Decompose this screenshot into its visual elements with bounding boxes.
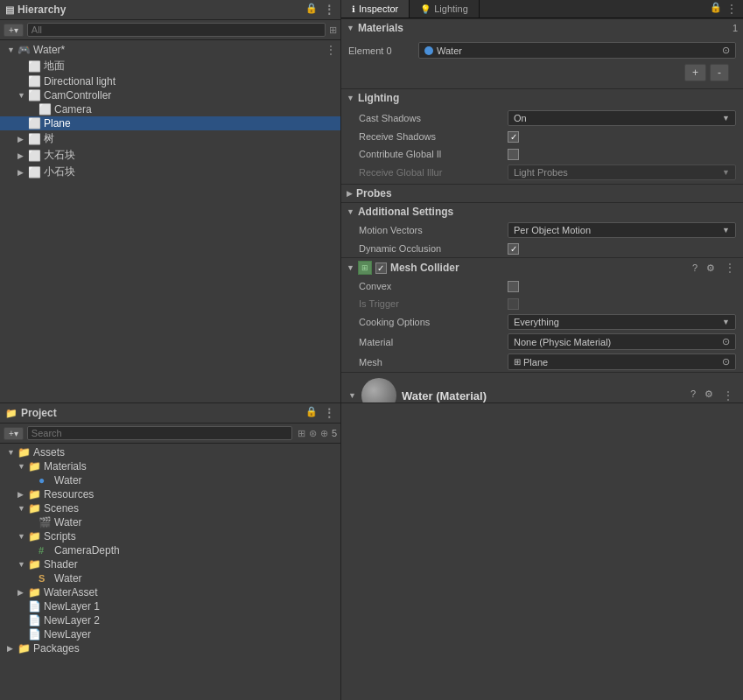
tab-lighting[interactable]: 💡 Lighting: [410, 0, 480, 18]
mesh-collider-help-icon[interactable]: ?: [690, 262, 699, 273]
project-item-assets[interactable]: ▼ 📁 Assets: [0, 445, 340, 459]
water-material-title: Water (Material): [402, 389, 487, 402]
hierarchy-lock-icon[interactable]: 🔒: [305, 3, 318, 17]
tree-item-water[interactable]: ▼ 🎮 Water* ⋮: [0, 42, 340, 58]
motion-vectors-dropdown[interactable]: Per Object Motion ▼: [508, 222, 736, 238]
materials-section-header[interactable]: ▼ Materials 1: [341, 18, 743, 37]
project-toggle-assets[interactable]: ▼: [7, 448, 18, 457]
project-item-shader[interactable]: ▼ 📁 Shader: [0, 557, 340, 571]
project-icon-cameradepth: #: [39, 545, 53, 556]
project-filter2-icon[interactable]: ⊛: [309, 428, 317, 439]
hierarchy-menu-icon[interactable]: ⋮: [323, 3, 335, 17]
project-label-resources: Resources: [44, 488, 337, 500]
project-item-scenes[interactable]: ▼ 📁 Scenes: [0, 501, 340, 515]
tree-item-camera[interactable]: ⬜ Camera: [0, 102, 340, 116]
project-toggle-scripts[interactable]: ▼: [18, 532, 28, 541]
mesh-collider-menu-icon[interactable]: ⋮: [722, 261, 738, 275]
project-item-newlayer2[interactable]: 📄 NewLayer 2: [0, 613, 340, 627]
project-header: 📁 Project 🔒 ⋮: [0, 403, 340, 424]
project-add-btn[interactable]: +▾: [4, 427, 24, 440]
tree-toggle-bigrock[interactable]: ▶: [18, 151, 28, 160]
material-pick-icon[interactable]: ⊙: [722, 45, 730, 56]
dynamic-occlusion-checkbox[interactable]: [508, 243, 519, 255]
project-toggle-materials[interactable]: ▼: [18, 462, 28, 471]
convex-checkbox[interactable]: [508, 281, 519, 292]
project-filter3-icon[interactable]: ⊕: [320, 428, 328, 439]
project-item-scripts[interactable]: ▼ 📁 Scripts: [0, 529, 340, 543]
object-icon-dir-light: ⬜: [28, 75, 42, 88]
tree-toggle-camcontroller[interactable]: ▼: [18, 91, 28, 100]
tree-item-smallrock[interactable]: ▶ ⬜ 小石块: [0, 164, 340, 180]
project-toggle-packages[interactable]: ▶: [7, 644, 18, 653]
water-material-help-icon[interactable]: ?: [689, 388, 697, 402]
project-title: Project: [21, 407, 57, 419]
tree-item-ground[interactable]: ⬜ 地面: [0, 58, 340, 74]
tree-toggle-tree[interactable]: ▶: [18, 135, 28, 144]
tab-inspector[interactable]: ℹ Inspector: [341, 0, 410, 18]
is-trigger-row: Is Trigger: [341, 295, 743, 312]
project-menu-icon[interactable]: ⋮: [323, 406, 335, 420]
mesh-collider-header[interactable]: ▼ ⊞ Mesh Collider ? ⚙ ⋮: [341, 257, 743, 277]
hierarchy-search-input[interactable]: [27, 23, 326, 37]
project-item-water-mat[interactable]: ● Water: [0, 473, 340, 487]
contribute-global-checkbox[interactable]: [508, 149, 519, 160]
tree-item-menu-water[interactable]: ⋮: [325, 43, 337, 57]
mesh-dropdown[interactable]: ⊞ Plane ⊙: [508, 354, 736, 370]
project-item-newlayer1[interactable]: 📄 NewLayer 1: [0, 599, 340, 613]
tree-item-plane[interactable]: ⬜ Plane: [0, 116, 340, 130]
receive-shadows-value: [508, 131, 736, 143]
project-item-materials[interactable]: ▼ 📁 Materials: [0, 459, 340, 473]
project-filter1-icon[interactable]: ⊞: [298, 428, 305, 439]
project-item-cameradepth[interactable]: # CameraDepth: [0, 543, 340, 557]
receive-shadows-checkbox[interactable]: [508, 131, 519, 143]
physics-material-dropdown[interactable]: None (Physic Material) ⊙: [508, 333, 736, 350]
cast-shadows-dropdown[interactable]: On ▼: [508, 110, 736, 126]
mesh-pick-icon[interactable]: ⊙: [722, 356, 730, 368]
tree-toggle-smallrock[interactable]: ▶: [18, 168, 28, 177]
tree-label-camcontroller: CamController: [44, 89, 337, 102]
tree-item-camcontroller[interactable]: ▼ ⬜ CamController: [0, 88, 340, 102]
materials-arrow-icon: ▼: [347, 24, 354, 32]
project-item-newlayer[interactable]: 📄 NewLayer: [0, 627, 340, 641]
project-label-newlayer2: NewLayer 2: [44, 614, 337, 626]
element0-label: Element 0: [348, 46, 418, 56]
tree-item-bigrock[interactable]: ▶ ⬜ 大石块: [0, 147, 340, 164]
material-add-btn[interactable]: +: [684, 64, 706, 81]
mesh-collider-settings-icon[interactable]: ⚙: [704, 262, 717, 274]
project-item-water-shader[interactable]: S Water: [0, 571, 340, 585]
project-item-water-scene[interactable]: 🎬 Water: [0, 515, 340, 529]
physics-material-pick-icon[interactable]: ⊙: [722, 336, 730, 347]
tree-toggle-water[interactable]: ▼: [7, 46, 18, 54]
project-toggle-waterasset[interactable]: ▶: [18, 588, 28, 597]
probes-section-header[interactable]: ▶ Probes: [341, 184, 743, 202]
water-material-menu-icon[interactable]: ⋮: [720, 388, 736, 402]
project-toggle-shader[interactable]: ▼: [18, 560, 28, 569]
lighting-section-header[interactable]: ▼ Lighting: [341, 88, 743, 107]
project-search-input[interactable]: [27, 426, 292, 440]
project-icon-newlayer2: 📄: [28, 614, 42, 626]
inspector-lock-icon[interactable]: 🔒: [710, 2, 722, 16]
cooking-options-value: Everything ▼: [508, 314, 736, 330]
project-item-resources[interactable]: ▶ 📁 Resources: [0, 487, 340, 501]
motion-vectors-dropdown-arrow: ▼: [722, 226, 730, 234]
water-material-settings-icon[interactable]: ⚙: [703, 388, 715, 402]
water-material-arrow-icon[interactable]: ▼: [348, 391, 356, 400]
tree-item-tree[interactable]: ▶ ⬜ 树: [0, 130, 340, 147]
receive-global-dropdown[interactable]: Light Probes ▼: [508, 164, 736, 180]
tree-item-directional-light[interactable]: ⬜ Directional light: [0, 74, 340, 88]
hierarchy-search-filter-icon[interactable]: ⊞: [329, 24, 337, 36]
mesh-collider-enable-checkbox[interactable]: [375, 262, 387, 274]
inspector-menu-icon[interactable]: ⋮: [725, 2, 738, 16]
project-lock-icon[interactable]: 🔒: [305, 406, 318, 420]
material-remove-btn[interactable]: -: [710, 64, 729, 81]
project-item-waterasset[interactable]: ▶ 📁 WaterAsset: [0, 585, 340, 599]
material-value-water[interactable]: Water ⊙: [418, 42, 736, 59]
hierarchy-add-btn[interactable]: +▾: [4, 24, 24, 37]
project-toggle-resources[interactable]: ▶: [18, 490, 28, 499]
project-toggle-scenes[interactable]: ▼: [18, 504, 28, 513]
project-item-packages[interactable]: ▶ 📁 Packages: [0, 641, 340, 655]
cooking-options-dropdown[interactable]: Everything ▼: [508, 314, 736, 330]
additional-settings-header[interactable]: ▼ Additional Settings: [341, 202, 743, 220]
object-icon-tree: ⬜: [28, 133, 42, 145]
tree-label-smallrock: 小石块: [44, 164, 337, 179]
